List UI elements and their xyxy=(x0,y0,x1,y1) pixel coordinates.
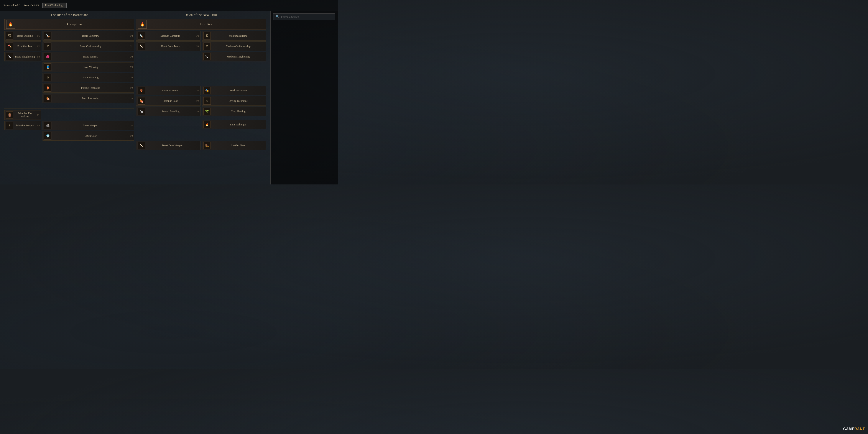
sidebar: 🔍 xyxy=(270,11,338,184)
top-bar: Points added:0 Points left:15 Reset Tech… xyxy=(0,0,338,11)
medium-slaughtering-label: Medium Slaughtering xyxy=(212,55,265,58)
kiln-technique-label: Kiln Technique xyxy=(212,123,265,126)
tech-item-beast-bone-weapon[interactable]: 🦴 Beast Bone Weapon xyxy=(136,141,200,150)
tech-item-drying-technique[interactable]: ☀ Drying Technique xyxy=(202,96,266,106)
search-box[interactable]: 🔍 xyxy=(273,13,335,20)
campfire-icon: 🔥 xyxy=(6,20,15,29)
beast-bone-weapon-icon: 🦴 xyxy=(137,142,145,149)
animal-breeding-count: 0/3 xyxy=(196,110,199,113)
campfire-spacer-4 xyxy=(4,96,41,106)
tech-item-primitive-weapon[interactable]: 🗡 Primitive Weapon 0/4 xyxy=(4,121,41,130)
bonfire-spacer-2 xyxy=(136,63,200,73)
basic-craftsmanship-count: 0/1 xyxy=(130,45,133,48)
leather-gear-label: Leather Gear xyxy=(212,144,265,147)
stone-weapon-label: Stone Weapon xyxy=(53,124,128,127)
reset-technology-button[interactable]: Reset Technology xyxy=(42,3,67,8)
drying-technique-icon: ☀ xyxy=(203,97,211,104)
search-input[interactable] xyxy=(281,15,333,19)
tech-item-food-processing[interactable]: 🍖 Food Processing 0/3 xyxy=(42,94,134,103)
basic-weaving-icon: 🧵 xyxy=(44,63,52,71)
linen-gear-count: 0/2 xyxy=(130,134,133,137)
tech-item-animal-breeding[interactable]: 🐄 Animal Breeding 0/3 xyxy=(136,106,200,116)
tech-item-kiln-technique[interactable]: 🔥 Kiln Technique xyxy=(202,120,266,129)
tech-item-leather-gear[interactable]: 🥾 Leather Gear xyxy=(202,141,266,150)
basic-weaving-count: 0/3 xyxy=(130,66,133,68)
bonfire-left-col: 🪚 Medium Carpentry 0/2 🦴 Beast Bone Tool… xyxy=(136,31,200,116)
campfire-spacer-2 xyxy=(4,73,41,84)
tech-item-stone-weapon[interactable]: 🪨 Stone Weapon 0/7 xyxy=(42,121,134,130)
basic-grinding-icon: ⚙ xyxy=(44,74,52,81)
bonfire-header: 🔥 Bonfire xyxy=(136,19,266,30)
bonfire-bottom-left: 🦴 Beast Bone Weapon xyxy=(136,120,200,150)
bonfire-spacer-1 xyxy=(136,52,200,62)
tech-item-premium-food[interactable]: 🍖 Premium Food 0/2 xyxy=(136,96,200,106)
premium-food-icon: 🍖 xyxy=(137,97,145,104)
campfire-label: Campfire xyxy=(17,22,132,26)
tech-item-basic-tannery[interactable]: 🧶 Basic Tannery 0/3 xyxy=(42,52,134,61)
tech-item-basic-grinding[interactable]: ⚙ Basic Grinding 0/3 xyxy=(42,73,134,82)
campfire-divider xyxy=(4,108,134,108)
tech-item-potting-technique[interactable]: 🏺 Potting Technique 0/2 xyxy=(42,83,134,93)
drying-technique-label: Drying Technique xyxy=(212,99,265,103)
bonfire-bottom-right: 🔥 Kiln Technique 🥾 Leather Gear xyxy=(202,120,266,150)
potting-technique-label: Potting Technique xyxy=(53,86,128,90)
potting-technique-count: 0/2 xyxy=(130,87,133,89)
tech-item-crop-planting[interactable]: 🌱 Crop Planting xyxy=(202,106,266,116)
stone-weapon-count: 0/7 xyxy=(130,124,133,127)
tech-item-medium-building[interactable]: 🏗 Medium Building xyxy=(202,31,266,40)
bonfire-content: 🪚 Medium Carpentry 0/2 🦴 Beast Bone Tool… xyxy=(136,31,266,116)
tech-item-basic-craftsmanship[interactable]: ⚒ Basic Craftsmanship 0/1 xyxy=(42,41,134,51)
stone-weapon-icon: 🪨 xyxy=(44,122,52,129)
primitive-tool-label: Primitive Tool xyxy=(14,45,35,48)
tech-item-primitive-fire[interactable]: 🪵 Primitive Fire Making 0/1 xyxy=(4,110,41,120)
tech-item-mask-technique[interactable]: 🎭 Mask Technique xyxy=(202,86,266,95)
campfire-bottom-spacer xyxy=(42,110,134,120)
medium-craftsmanship-label: Medium Craftsmanship xyxy=(212,45,265,48)
tech-item-beast-bone-tools[interactable]: 🦴 Beast Bone Tools 0/4 xyxy=(136,41,200,51)
tech-item-primitive-tool[interactable]: 🪓 Primitive Tool 0/2 xyxy=(4,41,41,51)
tech-item-basic-slaughtering[interactable]: 🔪 Basic Slaughtering 0/3 xyxy=(4,52,41,61)
tech-item-linen-gear[interactable]: 👕 Linen Gear 0/2 xyxy=(42,131,134,141)
premium-potting-icon: 🏺 xyxy=(137,87,145,94)
premium-food-label: Premium Food xyxy=(146,99,194,103)
tech-item-basic-building[interactable]: 🏗 Basic Building 0/6 xyxy=(4,31,41,40)
primitive-fire-count: 0/1 xyxy=(37,114,40,116)
tech-item-basic-carpentry[interactable]: 🪚 Basic Carpentry 0/3 xyxy=(42,31,134,40)
tech-item-medium-carpentry[interactable]: 🪚 Medium Carpentry 0/2 xyxy=(136,31,200,40)
medium-building-label: Medium Building xyxy=(212,34,265,37)
primitive-fire-label: Primitive Fire Making xyxy=(14,112,35,118)
campfire-tree-title: The Rise of the Barbarians xyxy=(4,13,134,17)
search-icon: 🔍 xyxy=(276,15,279,19)
tech-item-basic-weaving[interactable]: 🧵 Basic Weaving 0/3 xyxy=(42,62,134,72)
primitive-tool-count: 0/2 xyxy=(37,45,40,48)
basic-craftsmanship-icon: ⚒ xyxy=(44,42,52,50)
tech-item-medium-slaughtering[interactable]: 🔪 Medium Slaughtering xyxy=(202,52,266,61)
primitive-fire-icon: 🪵 xyxy=(6,111,13,119)
beast-bone-tools-label: Beast Bone Tools xyxy=(146,45,194,48)
premium-potting-label: Premium Potting xyxy=(146,89,194,92)
campfire-tree: The Rise of the Barbarians 🔥 Campfire 🏗 … xyxy=(4,13,134,150)
tech-item-medium-craftsmanship[interactable]: ⚒ Medium Craftsmanship xyxy=(202,41,266,51)
beast-bone-weapon-label: Beast Bone Weapon xyxy=(146,144,199,147)
primitive-weapon-label: Primitive Weapon xyxy=(14,124,35,127)
crop-planting-icon: 🌱 xyxy=(203,107,211,115)
medium-carpentry-icon: 🪚 xyxy=(137,32,145,39)
basic-weaving-label: Basic Weaving xyxy=(53,65,128,69)
crop-planting-label: Crop Planting xyxy=(212,110,265,113)
campfire-bottom: 🪵 Primitive Fire Making 0/1 🗡 Primitive … xyxy=(4,110,134,141)
campfire-right-col: 🪚 Basic Carpentry 0/3 ⚒ Basic Craftsmans… xyxy=(42,31,134,106)
basic-grinding-count: 0/3 xyxy=(130,76,133,79)
basic-carpentry-count: 0/3 xyxy=(130,34,133,37)
bonfire-bottom: 🦴 Beast Bone Weapon 🔥 Kiln Technique 🥾 L xyxy=(136,120,266,150)
kiln-technique-icon: 🔥 xyxy=(203,121,211,128)
premium-food-count: 0/2 xyxy=(196,100,199,102)
bonfire-tree: Dawn of the New Tribe 🔥 Bonfire 🪚 Medium… xyxy=(136,13,266,150)
basic-slaughtering-count: 0/3 xyxy=(37,55,40,58)
basic-slaughtering-icon: 🔪 xyxy=(6,53,13,60)
potting-technique-icon: 🏺 xyxy=(44,84,52,92)
trees-container: The Rise of the Barbarians 🔥 Campfire 🏗 … xyxy=(4,13,266,150)
campfire-spacer-1 xyxy=(4,62,41,73)
beast-bone-tools-count: 0/4 xyxy=(196,45,199,48)
points-added: Points added:0 xyxy=(3,4,20,7)
tech-item-premium-potting[interactable]: 🏺 Premium Potting 0/1 xyxy=(136,86,200,95)
